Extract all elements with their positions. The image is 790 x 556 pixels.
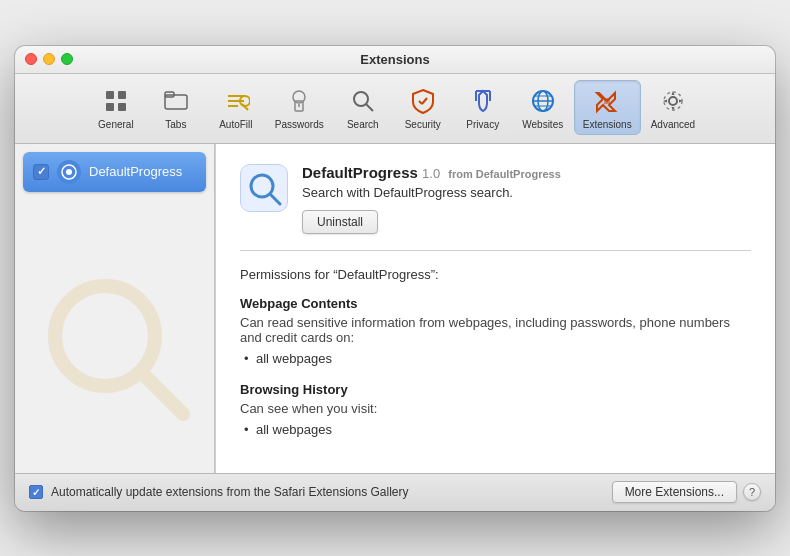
general-icon	[100, 85, 132, 117]
window-title: Extensions	[360, 52, 429, 67]
main-window: Extensions General Tab	[15, 46, 775, 511]
extension-header: DefaultProgress 1.0 from DefaultProgress…	[240, 164, 751, 234]
toolbar-item-privacy[interactable]: Privacy	[454, 81, 512, 134]
section-divider	[240, 250, 751, 251]
uninstall-button[interactable]: Uninstall	[302, 210, 378, 234]
minimize-button[interactable]	[43, 53, 55, 65]
search-label: Search	[347, 119, 379, 130]
permission-desc-webpage: Can read sensitive information from webp…	[240, 315, 751, 345]
extension-list-name: DefaultProgress	[89, 164, 182, 179]
toolbar-item-websites[interactable]: Websites	[514, 81, 572, 134]
permission-heading-webpage: Webpage Contents	[240, 296, 751, 311]
toolbar-item-general[interactable]: General	[87, 81, 145, 134]
extension-info: DefaultProgress 1.0 from DefaultProgress…	[302, 164, 561, 234]
toolbar-item-autofill[interactable]: AutoFill	[207, 81, 265, 134]
svg-rect-3	[118, 103, 126, 111]
autofill-label: AutoFill	[219, 119, 252, 130]
permission-desc-history: Can see when you visit:	[240, 401, 751, 416]
extensions-sidebar: DefaultProgress	[15, 144, 215, 473]
toolbar-item-passwords[interactable]: Passwords	[267, 81, 332, 134]
toolbar-item-tabs[interactable]: Tabs	[147, 81, 205, 134]
help-button[interactable]: ?	[743, 483, 761, 501]
permissions-heading: Permissions for “DefaultProgress”:	[240, 267, 751, 282]
permission-list-webpage: all webpages	[240, 351, 751, 366]
svg-point-14	[354, 92, 368, 106]
general-label: General	[98, 119, 134, 130]
svg-line-35	[270, 194, 280, 204]
permission-section-webpage: Webpage Contents Can read sensitive info…	[240, 296, 751, 366]
extension-title: DefaultProgress 1.0 from DefaultProgress	[302, 164, 561, 181]
auto-update-label: Automatically update extensions from the…	[51, 485, 409, 499]
permission-item: all webpages	[256, 422, 751, 437]
svg-point-32	[55, 286, 155, 386]
svg-point-28	[669, 97, 677, 105]
svg-point-31	[66, 169, 72, 175]
advanced-icon	[657, 85, 689, 117]
auto-update-checkbox[interactable]	[29, 485, 43, 499]
traffic-lights	[25, 53, 73, 65]
advanced-label: Advanced	[651, 119, 695, 130]
bottombar: Automatically update extensions from the…	[15, 473, 775, 511]
extension-detail-icon	[240, 164, 288, 212]
more-extensions-button[interactable]: More Extensions...	[612, 481, 737, 503]
auto-update-section: Automatically update extensions from the…	[29, 485, 409, 499]
passwords-icon	[283, 85, 315, 117]
svg-line-17	[422, 98, 427, 104]
tabs-label: Tabs	[165, 119, 186, 130]
search-toolbar-icon	[347, 85, 379, 117]
autofill-icon	[220, 85, 252, 117]
svg-rect-0	[106, 91, 114, 99]
main-content: DefaultProgress D	[15, 144, 775, 473]
svg-rect-1	[106, 103, 114, 111]
tabs-icon	[160, 85, 192, 117]
websites-label: Websites	[522, 119, 563, 130]
passwords-label: Passwords	[275, 119, 324, 130]
privacy-icon	[467, 85, 499, 117]
svg-rect-2	[118, 91, 126, 99]
maximize-button[interactable]	[61, 53, 73, 65]
close-button[interactable]	[25, 53, 37, 65]
titlebar: Extensions	[15, 46, 775, 74]
permission-heading-history: Browsing History	[240, 382, 751, 397]
security-icon	[407, 85, 439, 117]
permission-list-history: all webpages	[240, 422, 751, 437]
toolbar-item-advanced[interactable]: Advanced	[643, 81, 703, 134]
toolbar-item-extensions[interactable]: Extensions	[574, 80, 641, 135]
extension-list-item[interactable]: DefaultProgress	[23, 152, 206, 192]
websites-icon	[527, 85, 559, 117]
privacy-label: Privacy	[466, 119, 499, 130]
toolbar-item-security[interactable]: Security	[394, 81, 452, 134]
extension-list-icon	[57, 160, 81, 184]
extension-description: Search with DefaultProgress search.	[302, 185, 561, 200]
extensions-icon	[591, 85, 623, 117]
svg-line-33	[143, 374, 183, 414]
extensions-label: Extensions	[583, 119, 632, 130]
security-label: Security	[405, 119, 441, 130]
extension-source: from DefaultProgress	[448, 168, 560, 180]
extension-detail-panel: DefaultProgress 1.0 from DefaultProgress…	[215, 144, 775, 473]
toolbar: General Tabs Au	[15, 74, 775, 144]
extension-enabled-checkbox[interactable]	[33, 164, 49, 180]
permission-item: all webpages	[256, 351, 751, 366]
extension-version: 1.0	[422, 166, 440, 181]
toolbar-item-search[interactable]: Search	[334, 81, 392, 134]
sidebar-bg-watermark	[35, 266, 195, 453]
svg-line-15	[366, 104, 373, 111]
permission-section-history: Browsing History Can see when you visit:…	[240, 382, 751, 437]
bottom-buttons: More Extensions... ?	[612, 481, 761, 503]
svg-rect-27	[604, 98, 610, 104]
